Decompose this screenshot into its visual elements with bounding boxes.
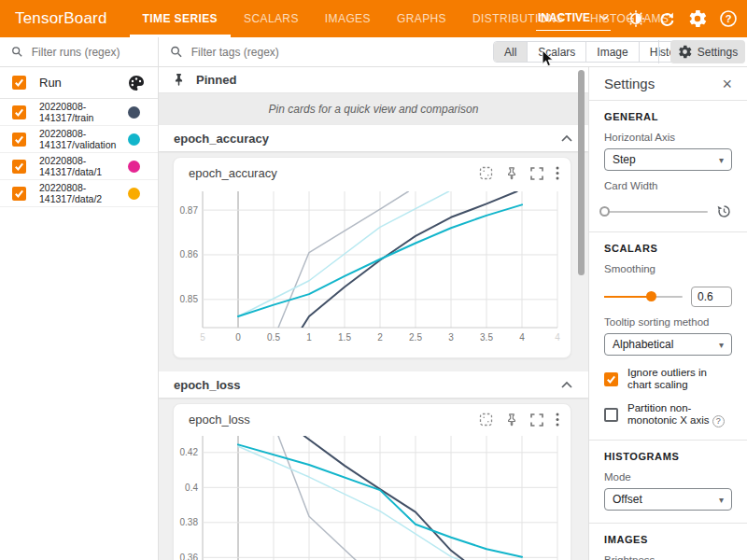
runs-header-row: Run	[0, 67, 158, 99]
histogram-mode-label: Mode	[604, 471, 732, 483]
run-row-data2[interactable]: 20220808-141317/data/2	[0, 180, 158, 207]
search-icon	[11, 45, 23, 59]
ignore-outliers-label: Ignore outliers in chart scaling	[627, 367, 732, 391]
runs-sidebar: Run 20220808-141317/train 20220808-14131…	[0, 37, 159, 560]
gear-icon	[688, 9, 707, 28]
line-chart-epoch-loss[interactable]: 0.420.40.380.36	[174, 432, 571, 560]
cards-area: Pinned Pin cards for a quick view and co…	[159, 67, 588, 560]
run-row-validation[interactable]: 20220808-141317/validation	[0, 126, 158, 153]
pinned-title: Pinned	[196, 73, 236, 87]
refresh-icon	[658, 10, 676, 28]
svg-text:1.5: 1.5	[338, 332, 351, 343]
caret-down-icon: ▾	[719, 340, 724, 350]
filter-image-button[interactable]: Image	[585, 42, 638, 62]
run-row-train[interactable]: 20220808-141317/train	[0, 99, 158, 126]
settings-section-scalars: SCALARS Smoothing Tooltip sorting method…	[589, 232, 747, 441]
close-icon[interactable]: ×	[722, 76, 732, 92]
run-name: 20220808-141317/validation	[39, 128, 128, 150]
tab-scalars[interactable]: SCALARS	[231, 0, 312, 37]
select-all-runs-checkbox[interactable]	[12, 76, 26, 90]
fit-domain-icon[interactable]	[479, 413, 493, 427]
global-settings-button[interactable]	[686, 7, 709, 30]
svg-text:0.36: 0.36	[180, 553, 199, 560]
histogram-mode-value: Offset	[613, 493, 642, 506]
svg-text:0.5: 0.5	[267, 332, 280, 343]
card-width-label: Card Width	[604, 180, 732, 191]
run-checkbox[interactable]	[12, 133, 26, 147]
run-checkbox[interactable]	[12, 187, 26, 201]
settings-section-histograms: HISTOGRAMS Mode Offset ▾	[589, 441, 747, 524]
histogram-mode-select[interactable]: Offset ▾	[604, 488, 732, 511]
tab-time-series[interactable]: TIME SERIES	[130, 0, 231, 37]
brightness-label: Brightness	[604, 554, 732, 560]
svg-text:3: 3	[448, 332, 454, 343]
settings-section-general: GENERAL Horizontal Axis Step ▾ Card Widt…	[589, 101, 747, 232]
horizontal-axis-select[interactable]: Step ▾	[604, 148, 732, 171]
svg-text:4: 4	[555, 332, 560, 343]
section-header-epoch-loss[interactable]: epoch_loss	[159, 371, 588, 398]
smoothing-value-input[interactable]	[691, 287, 732, 307]
card-actions	[479, 413, 559, 427]
chevron-up-icon[interactable]	[560, 133, 573, 144]
section-heading: HISTOGRAMS	[604, 451, 732, 462]
line-chart-epoch-accuracy[interactable]: 0.850.860.8700.511.522.533.5454	[174, 186, 571, 354]
card-width-slider[interactable]	[604, 211, 708, 213]
help-icon[interactable]: ?	[712, 415, 725, 427]
fit-domain-icon[interactable]	[479, 166, 493, 180]
topbar-actions: INACTIVE	[536, 0, 740, 37]
reset-icon[interactable]	[716, 203, 732, 219]
section-title: epoch_accuracy	[174, 132, 560, 146]
check-icon	[14, 134, 24, 145]
pin-outline-icon[interactable]	[505, 413, 518, 427]
horizontal-axis-value: Step	[613, 153, 636, 166]
partition-x-axis-checkbox[interactable]	[604, 408, 618, 422]
smoothing-label: Smoothing	[604, 263, 732, 274]
svg-text:4: 4	[519, 332, 525, 343]
help-button[interactable]: ?	[717, 7, 740, 30]
run-checkbox[interactable]	[12, 160, 26, 174]
app-logo: TensorBoard	[15, 9, 107, 28]
ignore-outliers-checkbox[interactable]	[604, 372, 618, 386]
svg-text:0.42: 0.42	[180, 447, 199, 457]
card-actions	[479, 166, 559, 180]
palette-icon[interactable]	[127, 74, 146, 92]
chevron-up-icon[interactable]	[560, 380, 573, 390]
theme-brightness-toggle[interactable]	[625, 7, 647, 30]
section-heading: GENERAL	[604, 111, 732, 122]
pinned-empty-hint: Pin cards for a quick view and compariso…	[159, 93, 588, 125]
partition-x-axis-label: Partition non-monotonic X axis ?	[627, 402, 732, 427]
svg-text:0.87: 0.87	[180, 205, 199, 216]
more-menu-icon[interactable]	[556, 413, 559, 427]
filter-scalars-button[interactable]: Scalars	[527, 42, 585, 62]
smoothing-slider[interactable]	[604, 296, 683, 298]
tab-graphs[interactable]: GRAPHS	[384, 0, 459, 37]
card-title: epoch_loss	[189, 413, 250, 427]
more-menu-icon[interactable]	[556, 166, 559, 180]
card-title: epoch_accuracy	[189, 166, 277, 180]
settings-panel-header: Settings ×	[589, 67, 747, 101]
refresh-button[interactable]	[655, 7, 678, 30]
pin-outline-icon[interactable]	[505, 166, 518, 180]
tags-toolbar: All Scalars Image Histogram Settings	[159, 37, 747, 67]
fullscreen-icon[interactable]	[530, 167, 543, 180]
content-scrollbar-thumb[interactable]	[578, 70, 585, 275]
runs-filter-input[interactable]	[32, 46, 147, 59]
reload-status-dropdown[interactable]: INACTIVE	[536, 7, 611, 31]
run-checkbox[interactable]	[12, 105, 26, 119]
section-heading: IMAGES	[604, 534, 732, 545]
check-icon	[14, 107, 24, 118]
tab-images[interactable]: IMAGES	[312, 0, 384, 37]
tooltip-sorting-select[interactable]: Alphabetical ▾	[604, 333, 732, 356]
scalar-card-epoch-accuracy: epoch_accuracy 0.850.860.8700.511.522.53…	[173, 157, 571, 358]
section-header-epoch-accuracy[interactable]: epoch_accuracy	[159, 125, 588, 151]
fullscreen-icon[interactable]	[530, 413, 543, 427]
svg-text:0.4: 0.4	[185, 483, 198, 493]
svg-text:0: 0	[235, 332, 241, 343]
settings-button[interactable]: Settings	[670, 40, 745, 63]
caret-down-icon: ▾	[719, 495, 724, 505]
run-row-data1[interactable]: 20220808-141317/data/1	[0, 153, 158, 180]
tags-filter-input[interactable]	[191, 46, 431, 59]
filter-all-button[interactable]: All	[494, 42, 527, 62]
brightness-icon	[627, 9, 645, 28]
toolbar-divider	[658, 40, 659, 63]
